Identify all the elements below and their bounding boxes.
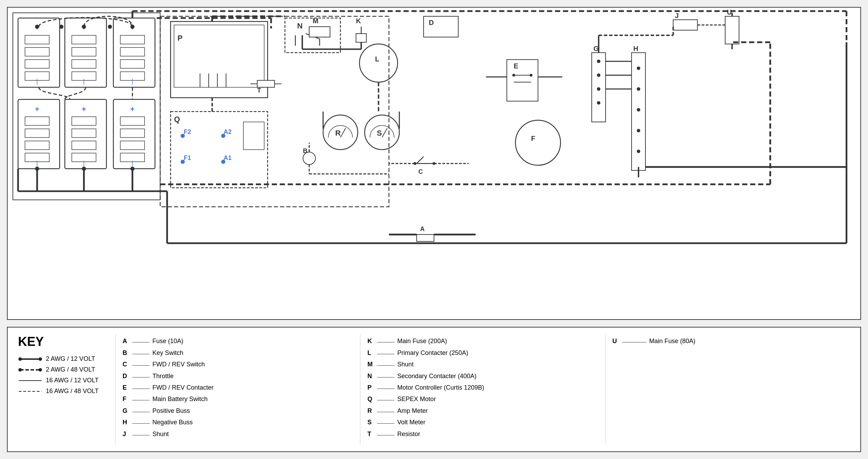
- dashed-thin-line-icon: [18, 389, 42, 394]
- key-area: KEY 2 AWG / 12 VOLT: [7, 327, 861, 452]
- svg-rect-11: [72, 48, 96, 56]
- key-entry-T: T Resistor: [367, 430, 598, 438]
- legend-label-1: 2 AWG / 12 VOLT: [46, 355, 95, 363]
- key-entry-C: C FWD / REV Switch: [123, 360, 353, 368]
- svg-point-90: [530, 74, 533, 77]
- key-entry-S: S Volt Meter: [367, 418, 598, 426]
- svg-point-139: [221, 160, 225, 164]
- svg-text:|: |: [132, 78, 133, 85]
- solid-thin-line-icon: [18, 378, 42, 383]
- legend-label-4: 16 AWG / 48 VOLT: [46, 388, 99, 395]
- svg-point-137: [181, 160, 185, 164]
- svg-rect-76: [309, 27, 330, 37]
- svg-text:U: U: [727, 8, 732, 16]
- key-entry-A: A Fuse (10A): [123, 337, 353, 345]
- svg-point-96: [597, 74, 600, 77]
- svg-text:|: |: [36, 160, 38, 167]
- svg-text:|: |: [36, 78, 38, 85]
- svg-point-180: [39, 368, 42, 372]
- svg-text:|: |: [83, 160, 85, 167]
- svg-point-81: [359, 44, 398, 82]
- svg-rect-85: [507, 60, 538, 101]
- svg-text:+: +: [82, 105, 86, 113]
- svg-rect-10: [72, 35, 96, 44]
- svg-text:B: B: [303, 147, 308, 154]
- svg-point-135: [221, 134, 225, 138]
- svg-rect-32: [72, 129, 96, 137]
- svg-rect-40: [120, 141, 144, 150]
- svg-rect-17: [120, 35, 144, 44]
- svg-rect-39: [120, 129, 144, 137]
- dashed-thick-line-icon: [18, 367, 42, 373]
- key-entry-E: E FWD / REV Contacter: [123, 384, 353, 392]
- svg-rect-4: [25, 48, 49, 56]
- svg-point-123: [365, 115, 399, 150]
- key-entry-M: M Shunt: [367, 360, 598, 368]
- svg-point-98: [597, 101, 600, 105]
- svg-rect-127: [257, 80, 275, 87]
- svg-rect-18: [120, 48, 144, 56]
- svg-rect-3: [25, 35, 49, 44]
- svg-text:L: L: [375, 55, 379, 63]
- key-entry-K: K Main Fuse (200A): [367, 337, 598, 345]
- key-entry-L: L Primary Contacter (250A): [367, 349, 598, 357]
- svg-rect-24: [25, 117, 49, 125]
- svg-rect-31: [72, 117, 96, 125]
- svg-point-44: [59, 25, 64, 29]
- key-column-2: K Main Fuse (200A) L Primary Contacter (…: [360, 334, 605, 444]
- key-grid: KEY 2 AWG / 12 VOLT: [18, 334, 850, 444]
- legend-item-4: 16 AWG / 48 VOLT: [18, 388, 115, 395]
- wiring-diagram-svg: + | + | + | +: [8, 8, 860, 271]
- svg-rect-19: [120, 60, 144, 68]
- svg-point-95: [597, 60, 600, 63]
- svg-text:A: A: [420, 226, 425, 232]
- key-entry-N: N Secondary Contacter (400A): [367, 372, 598, 380]
- svg-text:E: E: [514, 62, 518, 70]
- svg-text:F: F: [531, 135, 535, 142]
- key-entry-J: J Shunt: [123, 430, 353, 438]
- legend-label-2: 2 AWG / 48 VOLT: [46, 366, 95, 373]
- svg-text:M: M: [313, 17, 319, 25]
- svg-text:|: |: [83, 78, 85, 85]
- svg-text:K: K: [356, 17, 361, 25]
- svg-rect-12: [72, 60, 96, 68]
- svg-text:C: C: [418, 168, 423, 175]
- svg-rect-5: [25, 60, 49, 68]
- svg-text:+: +: [130, 105, 135, 113]
- key-entry-P: P Motor Controller (Curtis 1209B): [367, 384, 598, 392]
- svg-point-91: [516, 120, 561, 165]
- legend-item-1: 2 AWG / 12 VOLT: [18, 355, 115, 363]
- svg-text:F1: F1: [184, 154, 191, 161]
- svg-text:H: H: [633, 45, 638, 52]
- svg-text:D: D: [429, 19, 434, 26]
- svg-rect-33: [72, 141, 96, 150]
- key-entry-F: F Main Battery Switch: [123, 395, 353, 403]
- svg-text:T: T: [257, 87, 261, 94]
- solid-thick-line-icon: [18, 356, 42, 362]
- svg-point-46: [108, 25, 112, 29]
- diagram-area: + | + | + | +: [7, 7, 861, 320]
- key-entry-H: H Negative Buss: [123, 418, 353, 426]
- key-entry-G: G Positive Buss: [123, 407, 353, 415]
- svg-text:J: J: [675, 12, 679, 19]
- svg-rect-25: [25, 129, 49, 137]
- key-entry-D: D Throttle: [123, 372, 353, 380]
- svg-rect-109: [725, 16, 739, 44]
- key-legend: 2 AWG / 12 VOLT 2 AWG / 48 VOLT: [18, 354, 115, 395]
- svg-point-89: [512, 74, 515, 77]
- svg-point-97: [597, 87, 600, 91]
- svg-point-104: [637, 129, 640, 132]
- svg-point-133: [181, 134, 185, 138]
- svg-rect-107: [673, 20, 698, 30]
- svg-rect-26: [25, 141, 49, 150]
- key-title: KEY: [18, 334, 115, 349]
- svg-text:S: S: [377, 129, 382, 137]
- key-entry-R: R Amp Meter: [367, 407, 598, 415]
- svg-text:F2: F2: [184, 128, 191, 135]
- key-column-3: U Main Fuse (80A): [605, 334, 850, 444]
- svg-point-103: [637, 108, 640, 112]
- svg-text:R: R: [335, 129, 341, 137]
- svg-rect-80: [356, 34, 366, 42]
- svg-rect-111: [417, 235, 434, 241]
- main-container: + | + | + | +: [0, 0, 868, 459]
